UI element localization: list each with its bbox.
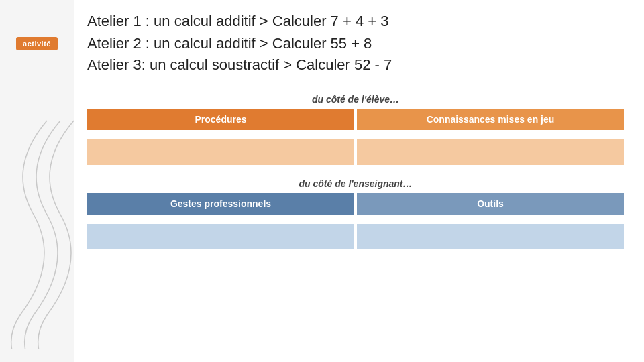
enseignant-section-label: du côté de l'enseignant… (87, 178, 624, 189)
eleve-section: du côté de l'élève… Procédures Connaissa… (87, 94, 624, 165)
eleve-section-label: du côté de l'élève… (87, 94, 624, 105)
eleve-body-row (87, 139, 624, 165)
connaissances-body (357, 139, 624, 165)
atelier-1: Atelier 1 : un calcul additif > Calculer… (87, 12, 624, 32)
activite-badge: activité (16, 37, 58, 50)
procedures-header: Procédures (87, 109, 354, 130)
atelier-3: Atelier 3: un calcul soustractif > Calcu… (87, 56, 624, 75)
sidebar-label: activité (0, 37, 74, 50)
gestes-body (87, 224, 354, 249)
enseignant-section: du côté de l'enseignant… Gestes professi… (87, 168, 624, 249)
outils-header: Outils (357, 193, 624, 215)
main-content: Atelier 1 : un calcul additif > Calculer… (74, 0, 644, 362)
enseignant-headers-row: Gestes professionnels Outils (87, 193, 624, 215)
enseignant-body-row (87, 224, 624, 249)
decorative-lines-icon (0, 114, 80, 349)
outils-body (357, 224, 624, 249)
slide: activité Atelier 1 : un calcul additif >… (0, 0, 644, 362)
gestes-header: Gestes professionnels (87, 193, 354, 215)
atelier-2: Atelier 2 : un calcul additif > Calculer… (87, 34, 624, 54)
eleve-headers-row: Procédures Connaissances mises en jeu (87, 109, 624, 130)
connaissances-header: Connaissances mises en jeu (357, 109, 624, 130)
procedures-body (87, 139, 354, 165)
sidebar: activité (0, 0, 74, 362)
